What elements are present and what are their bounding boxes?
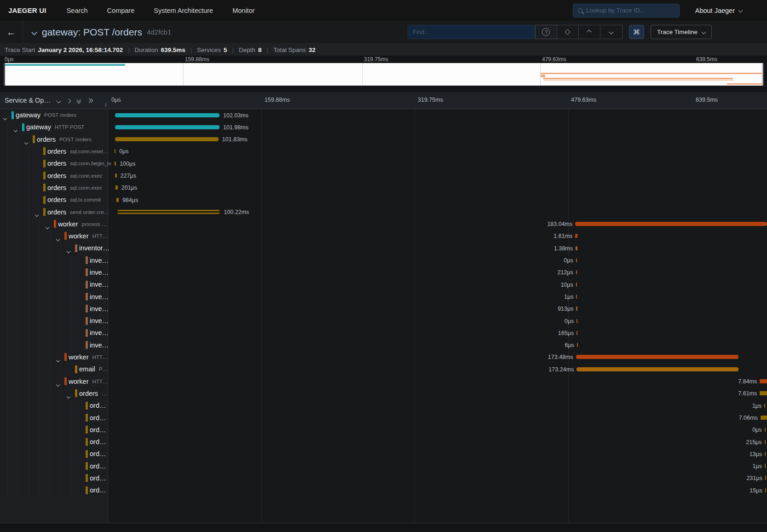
span-row[interactable]: orderssql.conn.exec201μs bbox=[0, 182, 767, 194]
span-row[interactable]: gatewayHTTP POST101.98ms bbox=[0, 121, 767, 133]
trace-id-search-input[interactable] bbox=[586, 7, 675, 14]
column-resizer-handle[interactable]: ‖ bbox=[105, 103, 107, 108]
span-row[interactable]: workerHTT…7.84ms bbox=[0, 376, 767, 387]
collapse-all-icon[interactable] bbox=[77, 98, 81, 103]
collapse-trace-detail-button[interactable] bbox=[32, 28, 36, 36]
span-collapse-chevron-icon[interactable] bbox=[25, 138, 28, 146]
span-duration-bar[interactable] bbox=[761, 416, 767, 420]
span-duration-bar[interactable] bbox=[115, 185, 117, 190]
span-duration-bar[interactable] bbox=[115, 173, 117, 178]
span-row[interactable]: ord…15μs bbox=[0, 484, 767, 496]
span-duration-bar[interactable] bbox=[575, 234, 577, 238]
span-collapse-chevron-icon[interactable] bbox=[67, 392, 70, 400]
span-row[interactable]: orderssql.conn.begin_tx100μs bbox=[0, 157, 767, 169]
span-row[interactable]: ord…13μs bbox=[0, 448, 767, 460]
span-row[interactable]: inventor…1.38ms bbox=[0, 242, 767, 254]
span-duration-bar[interactable] bbox=[577, 319, 577, 323]
back-button[interactable]: ← bbox=[0, 21, 23, 44]
nav-item-compare[interactable]: Compare bbox=[107, 7, 135, 14]
span-row[interactable]: inve…0μs bbox=[0, 315, 767, 327]
span-row[interactable]: inve…913μs bbox=[0, 303, 767, 315]
span-duration-bar[interactable] bbox=[765, 452, 766, 456]
trace-view-selector[interactable]: Trace Timeline bbox=[651, 25, 712, 39]
minimap-left-scrub-handle[interactable] bbox=[4, 63, 5, 86]
trace-id-search[interactable] bbox=[573, 4, 680, 17]
span-row[interactable]: ord…1μs bbox=[0, 460, 767, 472]
span-row[interactable]: ord…0μs bbox=[0, 424, 767, 436]
span-collapse-chevron-icon[interactable] bbox=[46, 222, 49, 231]
span-duration-bar[interactable] bbox=[576, 270, 577, 274]
span-collapse-chevron-icon[interactable] bbox=[67, 246, 70, 254]
span-duration-bar[interactable] bbox=[576, 295, 577, 299]
span-row[interactable]: workerHTT…1.61ms bbox=[0, 230, 767, 242]
prev-result-button[interactable] bbox=[579, 25, 600, 39]
find-help-button[interactable]: ? bbox=[536, 25, 557, 39]
focus-spans-button[interactable] bbox=[557, 25, 579, 39]
span-duration-bar[interactable] bbox=[576, 246, 577, 250]
span-row[interactable]: orderssend order.cre…100.22ms bbox=[0, 206, 767, 218]
span-duration-bar[interactable] bbox=[576, 306, 577, 311]
span-duration-bar[interactable] bbox=[577, 367, 738, 371]
span-row[interactable]: inve…0μs bbox=[0, 254, 767, 266]
app-brand[interactable]: JAEGER UI bbox=[8, 6, 46, 14]
span-duration-bar[interactable] bbox=[764, 404, 765, 408]
span-duration-bar[interactable] bbox=[576, 258, 577, 262]
span-row[interactable]: workerHTT…173.48ms bbox=[0, 351, 767, 363]
span-row[interactable]: orderssql.tx.commit984μs bbox=[0, 194, 767, 206]
span-duration-bar[interactable] bbox=[765, 440, 766, 444]
span-row[interactable]: inve…212μs bbox=[0, 266, 767, 278]
find-input[interactable] bbox=[413, 29, 531, 35]
expand-all-icon[interactable] bbox=[87, 99, 92, 102]
span-duration-bar[interactable] bbox=[115, 113, 219, 117]
span-duration-bar[interactable] bbox=[116, 198, 119, 202]
span-duration-bar[interactable] bbox=[576, 283, 577, 287]
span-row[interactable]: orderssql.conn.reset…0μs bbox=[0, 145, 767, 157]
span-duration-bar[interactable] bbox=[765, 428, 766, 432]
span-row[interactable]: ord…215μs bbox=[0, 436, 767, 448]
span-row[interactable]: inve…6μs bbox=[0, 339, 767, 351]
nav-item-system-architecture[interactable]: System Architecture bbox=[154, 7, 213, 14]
span-duration-bar[interactable] bbox=[115, 125, 219, 129]
span-duration-bar[interactable] bbox=[575, 222, 767, 226]
span-collapse-chevron-icon[interactable] bbox=[14, 125, 17, 133]
span-row[interactable]: ord…231μs bbox=[0, 472, 767, 484]
expand-one-icon[interactable] bbox=[67, 96, 70, 104]
span-row[interactable]: orderssql.conn.exec227μs bbox=[0, 169, 767, 181]
span-duration-bar[interactable] bbox=[577, 331, 577, 335]
span-row[interactable]: inve…10μs bbox=[0, 278, 767, 290]
span-row[interactable]: inve…1μs bbox=[0, 290, 767, 302]
nav-item-monitor[interactable]: Monitor bbox=[232, 7, 254, 14]
span-duration-bar[interactable] bbox=[760, 379, 767, 383]
span-duration-bar[interactable] bbox=[765, 464, 766, 468]
span-duration-bar[interactable] bbox=[576, 355, 738, 359]
span-duration-bar[interactable] bbox=[117, 210, 220, 214]
span-duration-bar[interactable] bbox=[577, 343, 578, 347]
minimap-right-scrub-handle[interactable] bbox=[762, 63, 763, 86]
span-row[interactable]: gatewayPOST /orders102.03ms bbox=[0, 109, 767, 121]
trace-minimap[interactable] bbox=[4, 63, 763, 86]
span-collapse-chevron-icon[interactable] bbox=[57, 234, 59, 243]
about-jaeger-menu[interactable]: About Jaeger bbox=[695, 7, 742, 14]
span-duration-bar[interactable] bbox=[115, 149, 116, 153]
find-box[interactable] bbox=[408, 25, 536, 39]
span-duration-bar[interactable] bbox=[765, 476, 766, 480]
span-duration-bar[interactable] bbox=[115, 162, 116, 166]
span-collapse-chevron-icon[interactable] bbox=[4, 113, 6, 121]
collapse-one-icon[interactable] bbox=[57, 96, 60, 104]
span-row[interactable]: ord…1μs bbox=[0, 399, 767, 411]
span-duration-bar[interactable] bbox=[765, 488, 766, 492]
span-row[interactable]: inve…165μs bbox=[0, 327, 767, 339]
keyboard-shortcuts-button[interactable]: ⌘ bbox=[629, 25, 644, 39]
span-row[interactable]: orders…7.61ms bbox=[0, 387, 767, 399]
span-collapse-chevron-icon[interactable] bbox=[57, 355, 59, 364]
span-collapse-chevron-icon[interactable] bbox=[57, 380, 59, 388]
span-row[interactable]: ordersPOST /orders101.83ms bbox=[0, 133, 767, 145]
next-result-button[interactable] bbox=[600, 25, 622, 39]
span-duration-bar[interactable] bbox=[115, 137, 219, 141]
nav-item-search[interactable]: Search bbox=[67, 7, 88, 14]
timeline-bottom-scrollbar[interactable] bbox=[0, 523, 767, 527]
span-row[interactable]: ord…7.06ms bbox=[0, 411, 767, 423]
span-duration-bar[interactable] bbox=[760, 391, 767, 395]
span-row[interactable]: emailP…173.24ms bbox=[0, 363, 767, 375]
span-collapse-chevron-icon[interactable] bbox=[35, 210, 38, 218]
